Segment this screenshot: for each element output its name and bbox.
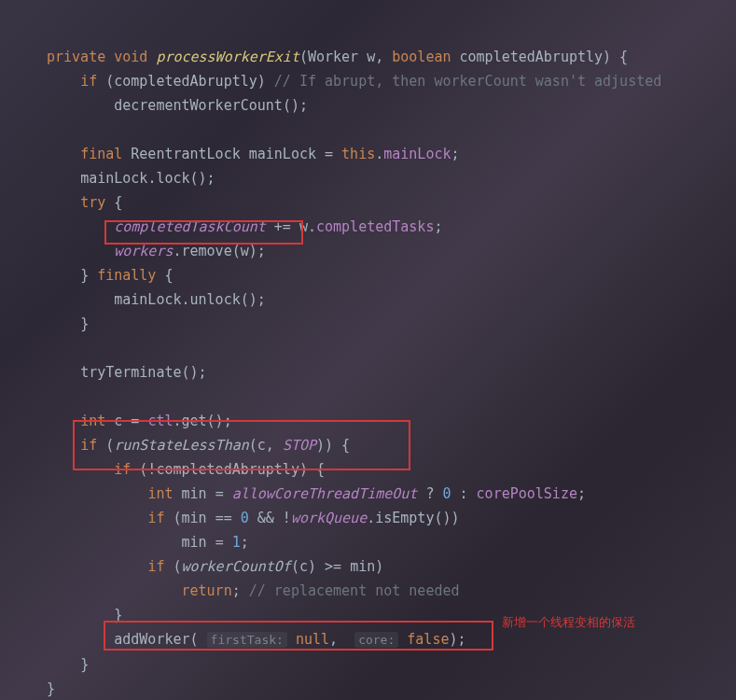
keyword-boolean: boolean <box>392 49 451 65</box>
keyword-private: private <box>47 49 105 65</box>
highlight-box-3 <box>104 621 493 651</box>
keyword-try: try <box>80 194 105 211</box>
keyword-final: final <box>80 146 122 162</box>
highlight-box-2 <box>73 420 410 470</box>
comment: // If abrupt, then workerCount wasn't ad… <box>274 73 661 90</box>
keyword-if: if <box>80 73 97 90</box>
method-name: processWorkerExit <box>156 49 299 65</box>
annotation-text: 新增一个线程变相的保活 <box>502 610 635 635</box>
code-block: private void processWorkerExit(Worker w,… <box>0 0 736 700</box>
keyword-return: return <box>182 582 232 599</box>
keyword-finally: finally <box>97 267 156 284</box>
keyword-this: this <box>341 146 375 162</box>
highlight-box-1 <box>104 220 303 245</box>
keyword-void: void <box>114 49 147 65</box>
type-worker: Worker <box>308 49 358 65</box>
